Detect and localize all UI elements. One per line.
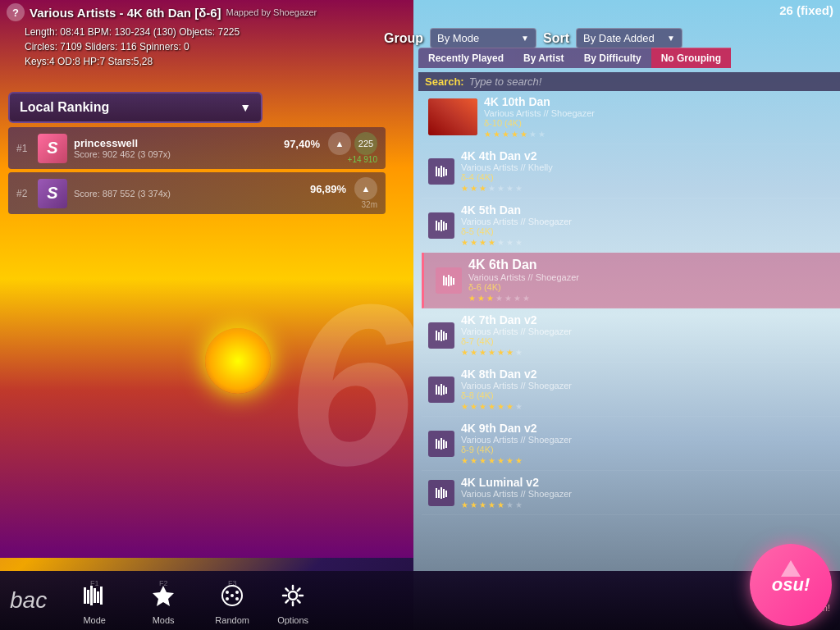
song-item-4k-luminal-v2[interactable]: 4K Luminal v2 Various Artists // Shoegaz…: [422, 471, 840, 515]
group-label: Group: [384, 31, 423, 46]
song-hp: HP:7: [83, 56, 105, 67]
star-1: ★: [461, 402, 468, 411]
local-ranking-button[interactable]: Local Ranking ▼: [8, 92, 262, 123]
song-title-text: 4K 7th Dan v2: [461, 313, 833, 326]
song-artist-text: Various Artists // Shoegazer: [461, 435, 833, 445]
star-2: ★: [470, 184, 477, 193]
star-5: ★: [497, 184, 504, 193]
svg-point-46: [235, 597, 239, 600]
star-3: ★: [479, 456, 486, 465]
star-4: ★: [488, 238, 495, 247]
svg-rect-11: [445, 277, 447, 285]
bac-logo: bac: [10, 587, 47, 614]
star-5: ★: [497, 456, 504, 465]
song-title-text: 4K 9th Dan v2: [461, 422, 833, 435]
svg-rect-10: [443, 276, 445, 285]
svg-rect-17: [441, 330, 442, 341]
lb-score-2: Score: 887 552 (3 374x): [74, 189, 310, 199]
tab-by-artist[interactable]: By Artist: [514, 48, 574, 68]
star-5: ★: [497, 500, 504, 509]
osu-logo[interactable]: osu!: [750, 544, 832, 626]
song-stars: ★ ★ ★ ★ ★ ★ ★: [461, 456, 833, 465]
song-item-4k-5th[interactable]: 4K 5th Dan Various Artists // Shoegazer …: [422, 199, 840, 253]
svg-rect-35: [84, 587, 86, 604]
star-7: ★: [515, 348, 523, 357]
svg-rect-34: [445, 491, 447, 497]
star-2: ★: [470, 456, 477, 465]
star-5: ★: [504, 294, 512, 303]
song-details: 4K 7th Dan v2 Various Artists // Shoegaz…: [461, 313, 833, 357]
star-1: ★: [461, 348, 468, 357]
star-7: ★: [515, 184, 523, 193]
anime-background: 6: [0, 0, 427, 558]
search-placeholder[interactable]: Type to search!: [469, 75, 542, 88]
lb-name-1: princesswell: [74, 137, 284, 149]
star-3: ★: [479, 500, 486, 509]
mode-fn-key: F1: [90, 579, 99, 587]
lb-percent-2: 96,89%: [310, 183, 346, 195]
song-thumbnail: [428, 98, 477, 135]
song-details: 4K 4th Dan v2 Various Artists // Khelly …: [461, 149, 833, 193]
song-diff-text: δ-9 (4K): [461, 445, 833, 454]
song-od: OD:8: [57, 56, 80, 67]
star-1: ★: [461, 238, 468, 247]
star-2: ★: [477, 294, 485, 303]
song-info-panel: Length: 08:41 BPM: 130-234 (130) Objects…: [25, 25, 240, 69]
options-button[interactable]: Options: [273, 576, 313, 625]
svg-rect-31: [438, 490, 440, 498]
star-7: ★: [515, 500, 523, 509]
mapped-by: Mapped by Shoegazer: [226, 7, 317, 17]
lb-info-2: Score: 887 552 (3 374x): [74, 189, 310, 199]
svg-rect-15: [436, 331, 437, 340]
local-ranking-dropdown: Local Ranking ▼: [8, 92, 262, 123]
svg-rect-20: [436, 385, 437, 395]
svg-rect-18: [443, 331, 445, 340]
leaderboard-entry-1[interactable]: #1 S princesswell Score: 902 462 (3 097x…: [8, 127, 386, 169]
tab-by-difficulty[interactable]: By Difficulty: [574, 48, 651, 68]
osu-circle: osu!: [750, 544, 832, 626]
song-item-4k-7th-v2[interactable]: 4K 7th Dan v2 Various Artists // Shoegaz…: [422, 308, 840, 363]
mods-button-wrap: F2 Mods: [137, 576, 189, 625]
top-bar: ? Various Artists - 4K 6th Dan [δ-6] Map…: [0, 0, 840, 25]
song-title-text: 4K 6th Dan: [468, 258, 833, 272]
song-item-4k-6th[interactable]: 4K 6th Dan Various Artists // Shoegazer …: [422, 253, 840, 308]
song-details: 4K Luminal v2 Various Artists // Shoegaz…: [461, 476, 833, 509]
svg-rect-32: [441, 487, 442, 499]
svg-rect-36: [87, 590, 89, 604]
leaderboard-entry-2[interactable]: #2 S Score: 887 552 (3 374x) 96,89% ▲ 32…: [8, 172, 386, 214]
group-dropdown[interactable]: By Mode ▼: [430, 28, 536, 48]
big-number-decoration: 6: [287, 253, 415, 517]
group-dropdown-arrow: ▼: [521, 34, 529, 43]
search-bar: Search: Type to search!: [418, 72, 840, 91]
star-7: ★: [515, 238, 523, 247]
svg-rect-6: [438, 222, 440, 231]
song-artist-text: Various Artists // Shoegazer: [461, 217, 833, 226]
sort-dropdown[interactable]: By Date Added ▼: [576, 28, 682, 48]
song-title-text: 4K 5th Dan: [461, 203, 833, 217]
star-7: ★: [523, 294, 530, 303]
song-item-4k-8th-v2[interactable]: 4K 8th Dan v2 Various Artists // Shoegaz…: [422, 363, 840, 417]
song-sliders: Sliders: 116: [84, 41, 136, 52]
star-6: ★: [506, 238, 514, 247]
song-item-4k-4th-v2[interactable]: 4K 4th Dan v2 Various Artists // Khelly …: [422, 144, 840, 199]
tab-no-grouping[interactable]: No Grouping: [651, 48, 731, 68]
song-details: 4K 6th Dan Various Artists // Shoegazer …: [468, 258, 833, 303]
song-artist-text: Various Artists // Shoegazer: [461, 489, 833, 499]
svg-rect-24: [445, 387, 447, 394]
tab-recently-played[interactable]: Recently Played: [418, 48, 514, 68]
song-item-4k-9th-v2[interactable]: 4K 9th Dan v2 Various Artists // Shoegaz…: [422, 417, 840, 471]
help-button[interactable]: ?: [7, 3, 25, 21]
song-item-4k-10th[interactable]: 4K 10th Dan Various Artists // Shoegazer…: [422, 90, 840, 144]
svg-rect-21: [438, 386, 440, 395]
fixed-badge: 26 (fixed): [779, 3, 833, 17]
options-label: Options: [277, 615, 308, 625]
star-7: ★: [538, 130, 546, 139]
song-stars: ★ ★ ★ ★ ★ ★ ★: [461, 500, 833, 509]
song-length: Length: 08:41: [25, 26, 84, 38]
svg-rect-4: [445, 169, 447, 176]
lb-pp-badge-1: 225: [354, 132, 377, 155]
star-4: ★: [488, 500, 495, 509]
random-label: Random: [215, 615, 249, 625]
song-icon: [428, 431, 454, 457]
options-icon: [273, 576, 313, 615]
